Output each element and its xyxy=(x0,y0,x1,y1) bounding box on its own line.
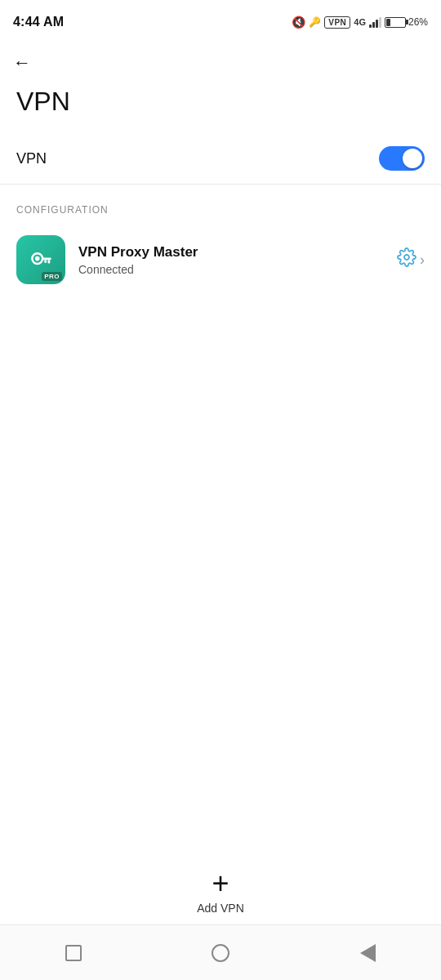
vpn-app-info: VPN Proxy Master Connected xyxy=(78,244,384,276)
back-button[interactable]: ← xyxy=(0,42,441,80)
signal-bars xyxy=(369,16,381,28)
back-triangle-icon xyxy=(360,944,376,962)
vpn-status-badge: VPN xyxy=(324,16,350,29)
nav-back-button[interactable] xyxy=(345,930,390,976)
status-time: 4:44 AM xyxy=(13,15,64,29)
mute-icon: 🔇 xyxy=(292,16,305,29)
svg-point-1 xyxy=(35,256,40,261)
vpn-toggle-label: VPN xyxy=(16,150,47,167)
page-title: VPN xyxy=(0,80,441,133)
vpn-app-status: Connected xyxy=(78,263,384,276)
svg-rect-3 xyxy=(48,260,51,263)
nav-recents-button[interactable] xyxy=(51,930,96,976)
back-arrow-icon: ← xyxy=(13,52,31,73)
battery-container: 26% xyxy=(385,16,428,28)
chevron-right-icon: › xyxy=(420,252,425,269)
pro-badge: PRO xyxy=(42,272,62,281)
home-circle-icon xyxy=(212,944,229,962)
key-status-icon: 🔑 xyxy=(309,16,321,28)
vpn-toggle-switch[interactable] xyxy=(379,146,425,171)
vpn-toggle-row: VPN xyxy=(0,133,441,185)
settings-gear-icon[interactable] xyxy=(397,247,416,272)
svg-rect-2 xyxy=(42,258,51,261)
add-vpn-button[interactable]: + Add VPN xyxy=(197,869,244,915)
configuration-section-label: CONFIGURATION xyxy=(0,185,441,224)
toggle-knob xyxy=(403,149,422,168)
add-vpn-label: Add VPN xyxy=(197,902,244,915)
key-icon xyxy=(27,246,55,274)
battery-fill xyxy=(386,19,391,26)
recents-square-icon xyxy=(65,945,82,961)
battery-percent: 26% xyxy=(408,16,428,28)
status-icons: 🔇 🔑 VPN 4G 26% xyxy=(292,16,428,29)
battery-icon xyxy=(385,17,406,28)
status-bar: 4:44 AM 🔇 🔑 VPN 4G 26% xyxy=(0,0,441,42)
vpn-app-actions: › xyxy=(397,247,425,272)
vpn-app-row: PRO VPN Proxy Master Connected › xyxy=(0,224,441,296)
network-4g-label: 4G xyxy=(354,17,366,27)
bottom-navigation xyxy=(0,924,441,980)
vpn-app-name: VPN Proxy Master xyxy=(78,244,384,261)
nav-home-button[interactable] xyxy=(198,930,243,976)
vpn-app-icon: PRO xyxy=(16,235,65,284)
svg-rect-4 xyxy=(44,260,47,263)
add-vpn-plus-icon: + xyxy=(212,869,229,898)
